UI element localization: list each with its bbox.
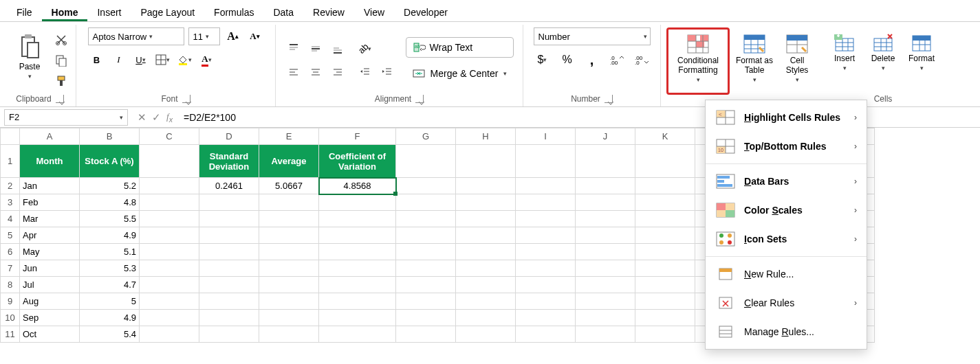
cell[interactable] [140,145,199,178]
font-size-combo[interactable]: 11▾ [188,27,220,45]
dialog-launcher[interactable] [56,95,64,103]
cell[interactable] [140,310,199,326]
align-top-button[interactable] [285,40,303,58]
cell[interactable] [140,293,199,310]
hdr-cov[interactable]: Coefficient of Variation [319,145,396,178]
cell[interactable]: Aug [20,293,80,310]
row-header[interactable]: 4 [1,211,20,227]
cell[interactable]: 5.0667 [259,178,319,194]
cell[interactable]: Oct [20,326,80,343]
cell[interactable] [259,227,319,244]
name-box[interactable]: F2 ▾ [4,109,128,126]
merge-center-button[interactable]: Merge & Center ▾ [406,63,514,84]
dialog-launcher[interactable] [182,95,190,103]
tab-data[interactable]: Data [263,3,303,21]
cell[interactable] [635,145,695,178]
wrap-text-button[interactable]: ab Wrap Text [406,37,514,58]
conditional-formatting-button[interactable]: Conditional Formatting▾ [670,31,726,91]
cell[interactable] [199,194,259,211]
insert-cells-button[interactable]: Insert▾ [826,30,863,91]
align-right-button[interactable] [329,63,347,81]
cell[interactable] [635,293,695,310]
cell[interactable] [140,244,199,260]
cell[interactable] [259,310,319,326]
cell[interactable] [396,244,456,260]
comma-button[interactable]: , [583,51,601,69]
cell[interactable] [456,293,516,310]
row-header[interactable]: 9 [1,293,20,310]
cell[interactable] [635,260,695,277]
paste-button[interactable]: Paste ▾ [10,30,50,91]
increase-indent-button[interactable] [378,63,396,81]
cell[interactable] [396,227,456,244]
cell[interactable] [396,260,456,277]
cell[interactable] [319,310,396,326]
cell[interactable] [396,326,456,343]
cell[interactable] [396,178,456,194]
cell[interactable] [140,211,199,227]
cell[interactable] [576,277,635,293]
cell[interactable] [576,227,635,244]
cell[interactable] [396,211,456,227]
number-format-combo[interactable]: Number▾ [534,27,651,45]
cell[interactable]: 5.1 [80,244,140,260]
enter-icon[interactable]: ✓ [152,111,161,124]
col-header[interactable]: G [396,128,456,145]
dialog-launcher[interactable] [605,95,613,103]
hdr-month[interactable]: Month [20,145,80,178]
underline-button[interactable]: U ▾ [132,51,150,69]
cell[interactable] [576,326,635,343]
row-header[interactable]: 3 [1,194,20,211]
dialog-launcher[interactable] [415,95,424,103]
cell[interactable] [576,145,635,178]
cell[interactable] [456,227,516,244]
cell[interactable]: Jul [20,277,80,293]
cell[interactable]: Jun [20,260,80,277]
col-header[interactable]: H [456,128,516,145]
decrease-indent-button[interactable] [356,63,374,81]
cell[interactable] [635,244,695,260]
cell[interactable] [516,326,576,343]
cell[interactable] [259,326,319,343]
cell[interactable] [396,277,456,293]
cell[interactable] [140,260,199,277]
cell[interactable]: 5 [80,293,140,310]
cell[interactable] [199,244,259,260]
cell[interactable] [576,194,635,211]
cell[interactable] [319,326,396,343]
align-bottom-button[interactable] [329,40,347,58]
cell[interactable] [456,178,516,194]
cell[interactable] [396,293,456,310]
cell[interactable] [516,178,576,194]
cf-icon-sets[interactable]: Icon Sets › [706,225,867,253]
col-header[interactable]: K [635,128,695,145]
cf-new-rule[interactable]: New Rule... [706,260,867,288]
row-header[interactable]: 8 [1,277,20,293]
select-all-corner[interactable] [1,128,20,145]
cf-top-bottom-rules[interactable]: 10 Top/Bottom Rules › [706,132,867,161]
row-header[interactable]: 10 [1,310,20,326]
cell[interactable] [319,260,396,277]
tab-formulas[interactable]: Formulas [204,3,263,21]
cell[interactable] [635,227,695,244]
format-painter-button[interactable] [52,72,70,90]
cell[interactable] [319,244,396,260]
cell[interactable]: Mar [20,211,80,227]
cell[interactable]: 0.2461 [199,178,259,194]
cell[interactable]: Feb [20,194,80,211]
cell[interactable] [635,194,695,211]
cell[interactable] [516,260,576,277]
cell[interactable] [576,260,635,277]
tab-view[interactable]: View [354,3,394,21]
cell[interactable]: 4.9 [80,227,140,244]
cell[interactable] [516,211,576,227]
decrease-decimal-button[interactable]: .00.0 [633,51,651,69]
col-header[interactable]: B [80,128,140,145]
cell[interactable] [635,211,695,227]
row-header[interactable]: 11 [1,326,20,343]
increase-font-button[interactable]: A▴ [224,27,242,45]
cell[interactable] [516,194,576,211]
cell[interactable] [516,244,576,260]
cell[interactable] [199,211,259,227]
format-as-table-button[interactable]: Format as Table▾ [731,31,778,91]
